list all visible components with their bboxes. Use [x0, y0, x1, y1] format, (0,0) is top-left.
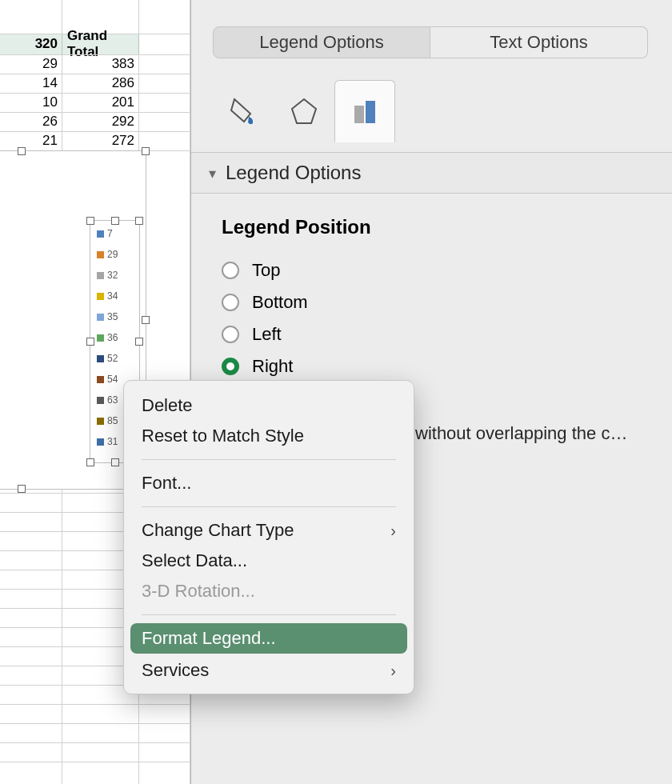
section-legend-options[interactable]: ▾ Legend Options: [191, 152, 672, 194]
effects-icon[interactable]: [274, 80, 334, 142]
legend-label: 7: [107, 228, 113, 239]
radio-label: Bottom: [252, 292, 308, 313]
legend-label: 85: [107, 415, 118, 426]
fill-line-icon[interactable]: [213, 80, 274, 142]
resize-handle[interactable]: [86, 338, 94, 346]
cell[interactable]: 383: [62, 54, 139, 74]
radio-top[interactable]: Top: [222, 254, 308, 286]
resize-handle[interactable]: [142, 147, 150, 155]
legend-position-heading: Legend Position: [222, 216, 371, 238]
legend-label: 52: [107, 353, 118, 364]
cell[interactable]: 201: [62, 93, 139, 112]
menu-services[interactable]: Services ›: [124, 655, 414, 686]
menu-format-legend[interactable]: Format Legend...: [130, 623, 407, 654]
menu-separator: [142, 459, 396, 460]
cell[interactable]: 286: [62, 74, 139, 93]
context-menu: Delete Reset to Match Style Font... Chan…: [123, 380, 414, 694]
legend-label: 31: [107, 436, 118, 447]
resize-handle[interactable]: [86, 458, 94, 466]
legend-label: 63: [107, 394, 118, 406]
col-header-320[interactable]: 320: [0, 34, 62, 54]
chevron-right-icon: ›: [390, 522, 396, 540]
svg-rect-1: [354, 106, 364, 123]
radio-left[interactable]: Left: [222, 318, 308, 350]
resize-handle[interactable]: [18, 485, 26, 493]
cell[interactable]: 292: [62, 112, 139, 131]
menu-reset-style[interactable]: Reset to Match Style: [124, 421, 414, 451]
legend-label: 35: [107, 311, 118, 322]
radio-icon: [222, 358, 239, 375]
legend-label: 29: [107, 249, 118, 260]
resize-handle[interactable]: [111, 217, 119, 225]
menu-select-data[interactable]: Select Data...: [124, 546, 414, 576]
legend-properties-icon[interactable]: [334, 80, 395, 142]
radio-right[interactable]: Right: [222, 350, 308, 382]
radio-label: Left: [252, 324, 282, 345]
section-title: Legend Options: [226, 162, 361, 184]
resize-handle[interactable]: [86, 217, 94, 225]
menu-3d-rotation: 3-D Rotation...: [124, 576, 414, 606]
resize-handle[interactable]: [18, 147, 26, 155]
menu-delete[interactable]: Delete: [124, 390, 414, 421]
resize-handle[interactable]: [135, 217, 143, 225]
menu-change-chart-type[interactable]: Change Chart Type ›: [124, 515, 414, 546]
radio-label: Top: [252, 260, 280, 281]
menu-font[interactable]: Font...: [124, 468, 414, 498]
chevron-right-icon: ›: [390, 662, 396, 680]
chevron-down-icon: ▾: [209, 165, 216, 182]
resize-handle[interactable]: [142, 316, 150, 324]
cell[interactable]: 26: [0, 112, 62, 131]
resize-handle[interactable]: [111, 458, 119, 466]
resize-handle[interactable]: [135, 338, 143, 346]
radio-label: Right: [252, 356, 293, 377]
cell[interactable]: 21: [0, 131, 62, 150]
tab-legend-options[interactable]: Legend Options: [213, 26, 430, 58]
radio-icon: [222, 262, 239, 279]
tab-text-options[interactable]: Text Options: [430, 26, 648, 58]
col-header-grand-total[interactable]: Grand Total: [62, 34, 139, 54]
svg-rect-2: [366, 101, 375, 123]
radio-icon: [222, 326, 239, 343]
cell[interactable]: 14: [0, 74, 62, 93]
legend-label: 32: [107, 270, 118, 281]
radio-icon: [222, 294, 239, 311]
radio-bottom[interactable]: Bottom: [222, 286, 308, 318]
svg-marker-0: [292, 99, 316, 123]
legend-label: 34: [107, 290, 118, 302]
legend-label: 36: [107, 332, 118, 343]
menu-separator: [142, 614, 396, 615]
cell[interactable]: 272: [62, 131, 139, 150]
legend-label: 54: [107, 374, 118, 385]
menu-separator: [142, 506, 396, 507]
legend-position-group: Top Bottom Left Right: [222, 254, 308, 382]
overlap-text: without overlapping the c…: [415, 423, 627, 444]
cell[interactable]: 10: [0, 93, 62, 112]
cell[interactable]: 29: [0, 54, 62, 74]
